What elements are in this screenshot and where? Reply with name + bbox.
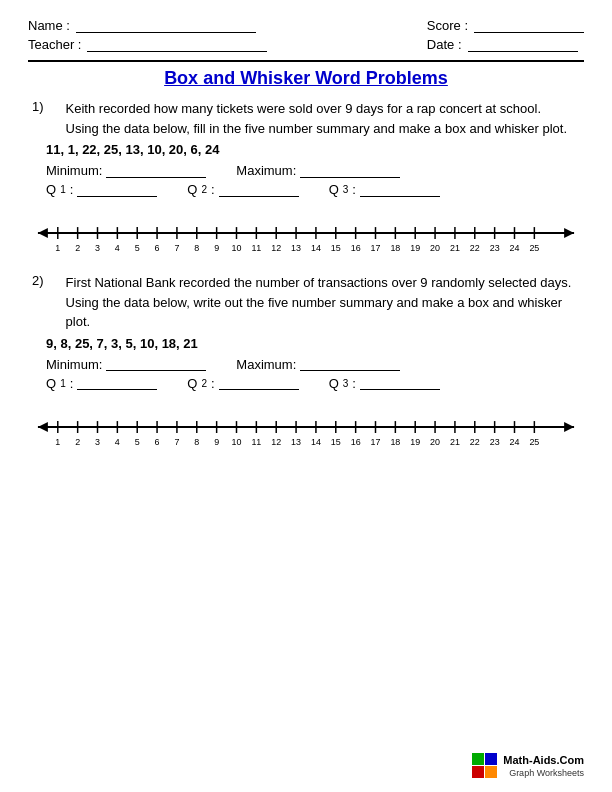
q1-fill-1[interactable] [77,183,157,197]
svg-text:14: 14 [311,243,321,253]
svg-text:24: 24 [510,243,520,253]
svg-text:14: 14 [311,436,321,446]
svg-text:19: 19 [410,243,420,253]
header-right: Score : Date : [427,18,584,52]
svg-text:6: 6 [155,436,160,446]
teacher-input-line[interactable] [87,38,267,52]
svg-text:5: 5 [135,243,140,253]
logo-cell-green [472,753,484,765]
header-divider [28,60,584,62]
teacher-row: Teacher : [28,37,267,52]
svg-text:2: 2 [75,436,80,446]
date-label: Date : [427,37,462,52]
logo-grid [472,753,497,778]
logo-cell-red [472,766,484,778]
svg-text:25: 25 [529,243,539,253]
svg-text:20: 20 [430,243,440,253]
svg-text:9: 9 [214,243,219,253]
number-line-1-container: 1 2 3 4 5 6 7 8 9 10 11 [28,215,584,263]
problem-2-minimum-item: Minimum: [46,357,206,372]
svg-text:10: 10 [232,436,242,446]
svg-text:13: 13 [291,436,301,446]
problem-2-q3-item: Q3: [329,376,440,391]
svg-text:17: 17 [371,243,381,253]
problem-2-text-line1: First National Bank recorded the number … [66,273,584,293]
svg-text:2: 2 [75,243,80,253]
number-line-2-svg: 1 2 3 4 5 6 7 8 9 10 11 [28,409,584,455]
score-label: Score : [427,18,468,33]
maximum-fill-2[interactable] [300,357,400,371]
logo-site: Math-Aids.Com [503,753,584,767]
problem-2-data: 9, 8, 25, 7, 3, 5, 10, 18, 21 [46,336,584,351]
maximum-label-2: Maximum: [236,357,296,372]
problem-1-data: 11, 1, 22, 25, 13, 10, 20, 6, 24 [46,142,584,157]
svg-text:10: 10 [232,243,242,253]
svg-text:15: 15 [331,436,341,446]
problem-1-quartile-row: Q1: Q2: Q3: [46,182,584,197]
q1-fill-2[interactable] [77,376,157,390]
q2-fill-2[interactable] [219,376,299,390]
q3-label-1: Q [329,182,339,197]
svg-text:19: 19 [410,436,420,446]
svg-text:7: 7 [174,436,179,446]
header-section: Name : Teacher : Score : Date : [28,18,584,52]
logo-text-block: Math-Aids.Com Graph Worksheets [503,753,584,777]
q3-label-2: Q [329,376,339,391]
name-row: Name : [28,18,267,33]
q3-sub-2: 3 [343,378,349,389]
svg-text:4: 4 [115,243,120,253]
teacher-label: Teacher : [28,37,81,52]
problem-2-minmax-row: Minimum: Maximum: [46,357,584,372]
q1-sub-1: 1 [60,184,66,195]
svg-text:16: 16 [351,436,361,446]
left-arrow-1 [38,228,48,238]
svg-text:22: 22 [470,436,480,446]
maximum-fill-1[interactable] [300,164,400,178]
problem-1-text-line1: Keith recorded how many tickets were sol… [66,99,567,119]
problem-1-q1-item: Q1: [46,182,157,197]
q1-sub-2: 1 [60,378,66,389]
q2-fill-1[interactable] [219,183,299,197]
page-title: Box and Whisker Word Problems [28,68,584,89]
svg-text:9: 9 [214,436,219,446]
header-left: Name : Teacher : [28,18,267,52]
score-input-line[interactable] [474,19,584,33]
problem-1-text-line2: Using the data below, fill in the five n… [66,119,567,139]
right-arrow-1 [564,228,574,238]
svg-text:21: 21 [450,436,460,446]
svg-text:11: 11 [251,436,261,446]
q3-fill-1[interactable] [360,183,440,197]
problem-1-q3-item: Q3: [329,182,440,197]
q3-fill-2[interactable] [360,376,440,390]
name-label: Name : [28,18,70,33]
svg-text:6: 6 [155,243,160,253]
svg-text:23: 23 [490,243,500,253]
minimum-fill-1[interactable] [106,164,206,178]
svg-text:8: 8 [194,436,199,446]
name-input-line[interactable] [76,19,256,33]
page: Name : Teacher : Score : Date : Box and … [0,0,612,792]
problem-1-minimum-item: Minimum: [46,163,206,178]
svg-text:12: 12 [271,243,281,253]
date-row: Date : [427,37,584,52]
q1-label-1: Q [46,182,56,197]
svg-text:13: 13 [291,243,301,253]
q3-sub-1: 3 [343,184,349,195]
svg-text:3: 3 [95,243,100,253]
minimum-fill-2[interactable] [106,357,206,371]
problem-1: 1) Keith recorded how many tickets were … [28,99,584,263]
svg-text:12: 12 [271,436,281,446]
svg-text:21: 21 [450,243,460,253]
svg-text:24: 24 [510,436,520,446]
score-row: Score : [427,18,584,33]
date-input-line[interactable] [468,38,578,52]
problem-1-maximum-item: Maximum: [236,163,400,178]
svg-text:11: 11 [251,243,261,253]
svg-text:7: 7 [174,243,179,253]
q1-label-2: Q [46,376,56,391]
number-line-2-container: 1 2 3 4 5 6 7 8 9 10 11 [28,409,584,457]
problem-2-number: 2) [32,273,44,332]
q2-sub-2: 2 [201,378,207,389]
problem-2-q1-item: Q1: [46,376,157,391]
number-line-1-svg: 1 2 3 4 5 6 7 8 9 10 11 [28,215,584,261]
